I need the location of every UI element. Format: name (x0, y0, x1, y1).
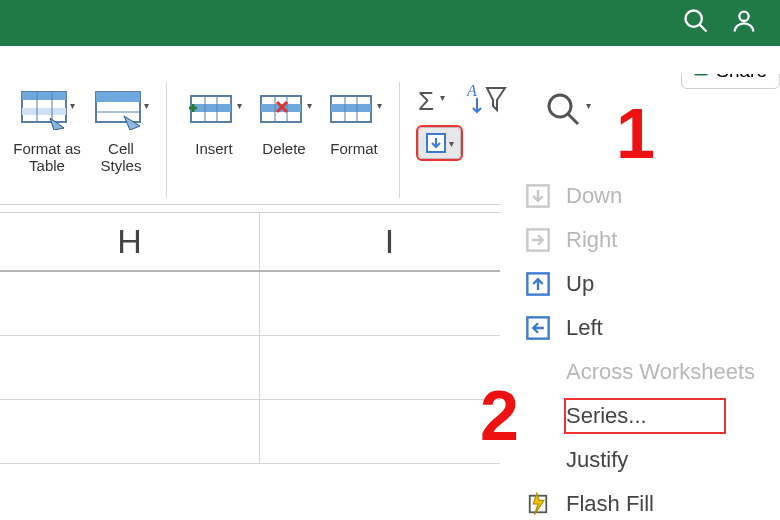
svg-point-26 (549, 95, 571, 117)
right-icon (522, 227, 554, 253)
chevron-down-icon: ▾ (70, 100, 75, 112)
chevron-down-icon: ▾ (377, 100, 382, 112)
chevron-down-icon: ▾ (586, 100, 591, 112)
menu-label: Down (566, 183, 622, 209)
svg-line-27 (568, 114, 578, 124)
chevron-down-icon: ▾ (307, 100, 312, 112)
delete-label: Delete (262, 140, 305, 157)
autosum-icon[interactable]: Σ (418, 86, 434, 117)
insert-label: Insert (195, 140, 233, 157)
callout-1: 1 (616, 94, 655, 174)
up-icon (522, 271, 554, 297)
chevron-down-icon: ▾ (144, 100, 149, 112)
menu-label: Justify (566, 447, 628, 473)
menu-item-across: Across Worksheets (500, 350, 780, 394)
menu-item-left[interactable]: Left (500, 306, 780, 350)
down-icon (522, 183, 554, 209)
chevron-down-icon: ▾ (440, 92, 445, 103)
delete-button[interactable]: ▾ Delete (249, 82, 319, 198)
format-as-table-label: Format as Table (8, 140, 86, 175)
svg-rect-5 (22, 92, 66, 100)
menu-label: Up (566, 271, 594, 297)
menu-label: Flash Fill (566, 491, 654, 517)
menu-label: Across Worksheets (566, 359, 755, 385)
menu-label: Left (566, 315, 603, 341)
user-icon[interactable] (730, 7, 758, 39)
menu-item-series[interactable]: Series... (500, 394, 780, 438)
fill-menu: Down Right Up Left Across Worksheets Ser… (500, 174, 780, 520)
svg-point-0 (686, 11, 702, 27)
fill-button[interactable]: ▾ (418, 127, 461, 159)
svg-text:A: A (467, 82, 477, 99)
format-label: Format (330, 140, 378, 157)
menu-item-up[interactable]: Up (500, 262, 780, 306)
sort-filter-icon[interactable]: A (467, 82, 507, 120)
cell-styles-button[interactable]: ▾ Cell Styles (86, 82, 156, 198)
svg-rect-21 (331, 104, 371, 112)
svg-rect-6 (22, 108, 66, 115)
flash-fill-icon (522, 491, 554, 517)
chevron-down-icon: ▾ (237, 100, 242, 112)
chevron-down-icon: ▾ (449, 138, 454, 149)
col-header-h[interactable]: H (0, 213, 260, 270)
insert-button[interactable]: ▾ Insert (179, 82, 249, 198)
col-header-i[interactable]: I (260, 213, 520, 270)
menu-item-down: Down (500, 174, 780, 218)
title-bar (0, 0, 780, 46)
format-as-table-button[interactable]: ▾ Format as Table (8, 82, 86, 198)
svg-point-2 (739, 12, 748, 21)
menu-item-flash-fill[interactable]: Flash Fill (500, 482, 780, 520)
callout-2: 2 (480, 376, 519, 456)
menu-label: Right (566, 227, 617, 253)
svg-rect-10 (96, 92, 140, 102)
search-icon[interactable] (682, 7, 710, 39)
menu-label: Series... (566, 403, 647, 429)
svg-line-1 (700, 25, 707, 32)
format-button[interactable]: ▾ Format (319, 82, 389, 198)
cells-group: ▾ Insert ▾ Delete ▾ (179, 82, 400, 198)
cell-styles-label: Cell Styles (86, 140, 156, 175)
menu-item-right: Right (500, 218, 780, 262)
styles-group: ▾ Format as Table ▾ Cell Styles (8, 82, 167, 198)
left-icon (522, 315, 554, 341)
menu-item-justify[interactable]: Justify (500, 438, 780, 482)
